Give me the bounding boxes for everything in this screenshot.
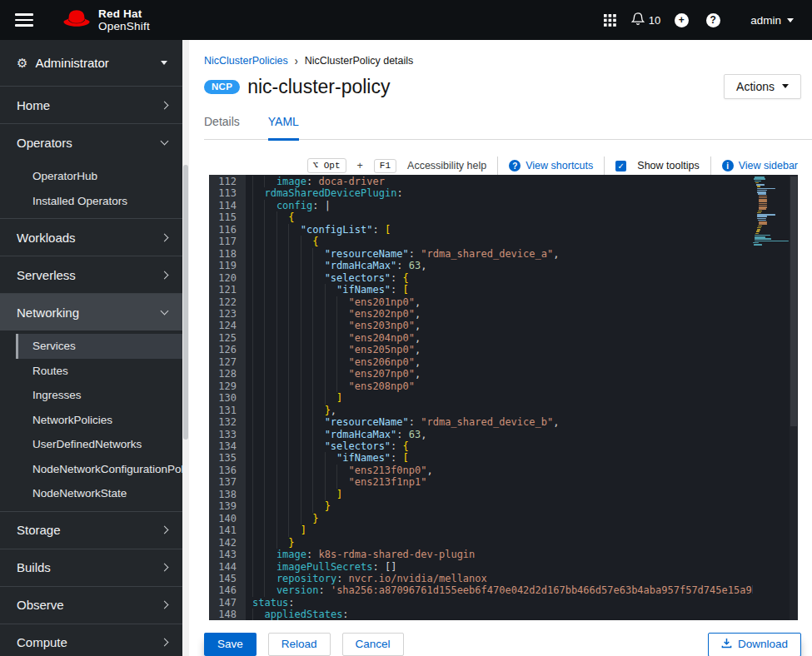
sidebar-item-workloads[interactable]: Workloads — [0, 219, 182, 256]
notifications-button[interactable]: 10 — [626, 12, 665, 28]
sidebar-item-label: Home — [17, 98, 50, 112]
resource-kind-badge: NCP — [204, 80, 240, 94]
sidebar-item-label: Builds — [17, 560, 51, 574]
sidebar-subitem-userdefinednetworks[interactable]: UserDefinedNetworks — [0, 432, 182, 457]
toolbar-divider — [604, 157, 605, 175]
user-name: admin — [750, 14, 781, 27]
accessibility-help-label: Accessibility help — [407, 160, 486, 171]
chevron-down-icon — [161, 307, 169, 316]
content-scrollbar[interactable] — [182, 40, 189, 656]
tab-bar: DetailsYAML — [204, 115, 812, 140]
sidebar-item-label: Compute — [17, 635, 67, 649]
editor-code-area[interactable]: image: doca-driverrdmaSharedDevicePlugin… — [246, 175, 753, 620]
sidebar-nav: ⚙ Administrator HomeOperatorsOperatorHub… — [0, 40, 182, 656]
toolbar-divider — [710, 157, 711, 175]
breadcrumb-current: NicClusterPolicy details — [305, 55, 414, 67]
plus-circle-icon: + — [675, 13, 689, 27]
chevron-right-icon — [161, 601, 169, 609]
sidebar-item-label: Workloads — [17, 231, 76, 245]
editor-footer: Save Reload Cancel Download — [204, 633, 801, 656]
help-button[interactable]: ? — [697, 5, 729, 35]
opt-key-hint: ⌥ Opt — [307, 158, 346, 173]
toolbar-divider — [497, 157, 498, 175]
plus-text: + — [357, 160, 363, 171]
question-circle-icon: ? — [509, 160, 521, 171]
chevron-right-icon — [161, 564, 169, 572]
masthead: Red HatOpenShift 10 + ? admin — [0, 0, 812, 40]
chevron-right-icon — [161, 526, 169, 534]
view-shortcuts-link[interactable]: ? View shortcuts — [509, 160, 593, 171]
redhat-hat-icon — [62, 8, 92, 32]
sidebar-item-label: Storage — [17, 523, 61, 537]
editor-line-numbers: 1121131141151161171181191201211221231241… — [209, 175, 246, 620]
editor-scrollbar[interactable] — [790, 175, 798, 620]
reload-button[interactable]: Reload — [268, 633, 331, 656]
sidebar-subitem-operatorhub[interactable]: OperatorHub — [0, 164, 182, 189]
info-circle-icon: i — [722, 160, 734, 171]
f1-key-hint: F1 — [374, 159, 396, 173]
scrollbar-thumb[interactable] — [183, 165, 188, 440]
user-menu[interactable]: admin — [750, 14, 794, 27]
sidebar-subitem-installed operators[interactable]: Installed Operators — [0, 189, 182, 214]
view-sidebar-link[interactable]: i View sidebar — [722, 160, 798, 171]
cogs-icon: ⚙ — [17, 56, 27, 71]
app-launcher-icon[interactable] — [595, 5, 626, 35]
chevron-right-icon — [161, 233, 169, 241]
yaml-editor-toolbar: ⌥ Opt + F1 Accessibility help ? View sho… — [307, 157, 799, 175]
chevron-down-icon — [161, 61, 167, 68]
sidebar-item-storage[interactable]: Storage — [0, 512, 182, 549]
brand-text: Red HatOpenShift — [98, 7, 150, 32]
cancel-button[interactable]: Cancel — [342, 633, 404, 656]
sidebar-item-home[interactable]: Home — [0, 87, 182, 123]
chevron-right-icon — [161, 271, 169, 279]
nav-toggle-icon[interactable] — [15, 13, 33, 27]
sidebar-item-observe[interactable]: Observe — [0, 587, 182, 624]
chevron-down-icon — [787, 18, 794, 26]
sidebar-item-label: Operators — [17, 136, 72, 150]
perspective-label: Administrator — [35, 56, 108, 70]
editor-scrollbar-thumb[interactable] — [790, 176, 797, 426]
sidebar-item-networking[interactable]: Networking — [0, 294, 182, 330]
sidebar-item-compute[interactable]: Compute — [0, 624, 182, 656]
sidebar-subitem-nodenetworkstate[interactable]: NodeNetworkState — [0, 481, 182, 506]
download-button[interactable]: Download — [708, 633, 801, 656]
brand-logo[interactable]: Red HatOpenShift — [62, 7, 150, 32]
chevron-down-icon — [782, 84, 789, 92]
tab-yaml[interactable]: YAML — [268, 115, 299, 141]
bell-icon — [631, 12, 645, 28]
show-tooltips-checkbox[interactable]: ✓ — [615, 161, 626, 171]
actions-dropdown[interactable]: Actions — [724, 74, 801, 99]
page-title: nic-cluster-policy — [247, 76, 390, 98]
quick-create-button[interactable]: + — [665, 5, 697, 35]
sidebar-subitem-services[interactable]: Services — [16, 334, 182, 359]
download-icon — [721, 638, 732, 651]
perspective-switcher[interactable]: ⚙ Administrator — [0, 40, 182, 86]
editor-minimap[interactable] — [753, 176, 790, 620]
breadcrumb-link[interactable]: NicClusterPolicies — [204, 55, 288, 67]
sidebar-subitem-routes[interactable]: Routes — [0, 359, 182, 384]
main-content: NicClusterPolicies › NicClusterPolicy de… — [189, 40, 812, 656]
sidebar-subitem-nodenetworkconfigurationpolicy[interactable]: NodeNetworkConfigurationPolicy — [0, 457, 182, 482]
sidebar-item-serverless[interactable]: Serverless — [0, 256, 182, 293]
sidebar-item-builds[interactable]: Builds — [0, 549, 182, 586]
sidebar-item-label: Networking — [17, 306, 79, 320]
yaml-editor[interactable]: 1121131141151161171181191201211221231241… — [209, 175, 798, 620]
sidebar-item-label: Serverless — [17, 268, 76, 282]
question-circle-icon: ? — [706, 13, 720, 27]
sidebar-item-label: Observe — [17, 598, 64, 612]
chevron-right-icon — [161, 101, 169, 109]
tab-details[interactable]: Details — [204, 115, 240, 139]
breadcrumb: NicClusterPolicies › NicClusterPolicy de… — [204, 55, 413, 67]
save-button[interactable]: Save — [204, 633, 257, 656]
breadcrumb-separator-icon: › — [295, 54, 298, 68]
chevron-down-icon — [161, 137, 169, 146]
notification-count: 10 — [649, 14, 660, 27]
show-tooltips-label: Show tooltips — [637, 160, 699, 171]
sidebar-item-operators[interactable]: Operators — [0, 124, 182, 161]
sidebar-subitem-ingresses[interactable]: Ingresses — [0, 383, 182, 408]
sidebar-subitem-networkpolicies[interactable]: NetworkPolicies — [0, 408, 182, 433]
chevron-right-icon — [161, 639, 169, 647]
